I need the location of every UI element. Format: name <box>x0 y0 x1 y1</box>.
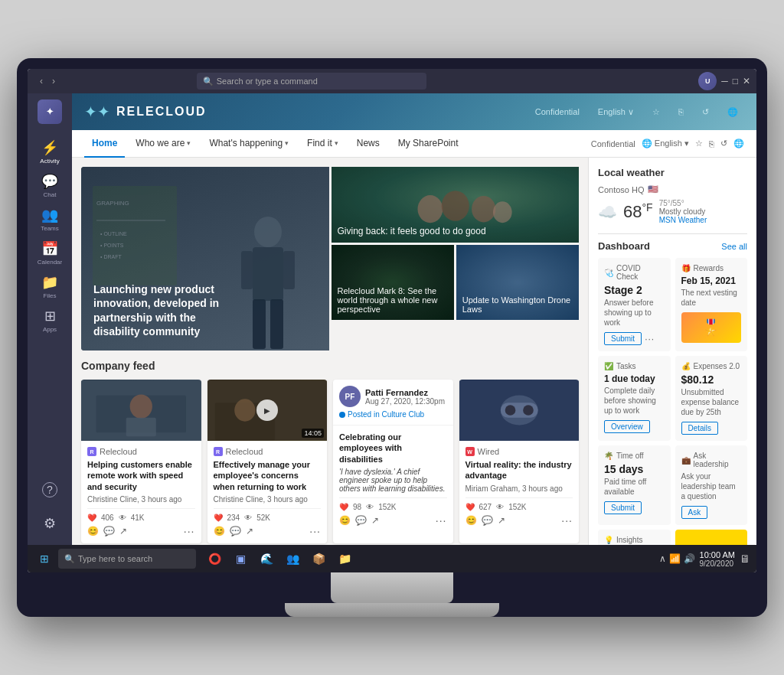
emoji-btn-1[interactable]: 😊 <box>214 526 225 536</box>
hero-bottom-right[interactable]: Update to Washington Drone Laws <box>456 245 579 321</box>
dash-card-expenses-header: 💰 Expenses 2.0 <box>681 362 742 370</box>
comment-btn-2[interactable]: 💬 <box>355 515 367 526</box>
svg-point-27 <box>523 405 534 416</box>
more-btn-1[interactable]: ··· <box>309 525 321 537</box>
nav-home[interactable]: Home <box>84 130 125 158</box>
svg-rect-1 <box>253 247 283 301</box>
share-btn[interactable]: ⎘ <box>672 104 690 119</box>
weather-desc: Mostly cloudy <box>659 207 707 216</box>
hero-main[interactable]: GRAPHING • OUTLINE • POINTS • DRAFT Laun… <box>81 167 329 351</box>
taskbar-app2[interactable]: 📁 <box>332 546 357 571</box>
hero-bottom-left[interactable]: Relecloud Mark 8: See the world through … <box>332 245 454 321</box>
taskbar-start-btn[interactable]: ⊞ <box>34 548 55 569</box>
sidebar-settings[interactable]: ⚙ <box>34 508 65 539</box>
nav-find-it[interactable]: Find it ▾ <box>299 130 346 158</box>
nav-refresh[interactable]: ↺ <box>720 139 727 148</box>
windows-logo-icon: ⊞ <box>40 553 49 565</box>
back-btn[interactable]: ‹ <box>37 74 46 88</box>
language-selector[interactable]: English ∨ <box>592 104 640 120</box>
title-bar-nav[interactable]: ‹ › <box>37 74 58 88</box>
feed-card-1-img[interactable]: ▶ 14:05 <box>207 380 328 441</box>
nav-world[interactable]: 🌐 <box>733 139 744 148</box>
taskbar-taskview[interactable]: ▣ <box>228 546 253 571</box>
svg-rect-19 <box>126 418 156 436</box>
expenses-details-btn[interactable]: Details <box>681 422 719 435</box>
covid-more-btn[interactable]: ··· <box>645 334 655 344</box>
emoji-btn-2[interactable]: 😊 <box>339 515 351 526</box>
play-btn-1[interactable]: ▶ <box>256 399 278 421</box>
timeoff-submit-btn[interactable]: Submit <box>604 501 642 514</box>
weather-temp: ☁️ 68°F 75°/55° Mostly cloudy MSN Weathe… <box>598 199 747 224</box>
comment-btn-3[interactable]: 💬 <box>482 515 493 526</box>
expenses-label: Expenses 2.0 <box>694 362 740 370</box>
taskbar: ⊞ 🔍 Type here to search ⭕ ▣ 🌊 👥 📦 📁 ∧ 📶 … <box>28 545 756 572</box>
feed-card-1-title: Effectively manage your employee's conce… <box>214 459 322 492</box>
sidebar-item-files[interactable]: 📁 Files <box>34 271 65 302</box>
share-btn-3[interactable]: ↗ <box>498 515 505 526</box>
share-btn-1[interactable]: ↗ <box>246 526 253 536</box>
sidebar-item-apps[interactable]: ⊞ Apps <box>34 305 65 335</box>
share-btn-0[interactable]: ↗ <box>119 526 127 536</box>
taskbar-app1[interactable]: 📦 <box>306 546 331 571</box>
files-icon: 📁 <box>41 274 58 291</box>
nav-language[interactable]: 🌐 English ▾ <box>642 139 689 148</box>
comment-btn-1[interactable]: 💬 <box>230 526 241 536</box>
rewards-illustration: 🎖️ <box>681 312 742 343</box>
maximize-btn[interactable]: □ <box>733 76 738 86</box>
user-avatar[interactable]: U <box>698 72 717 90</box>
taskbar-volume-icon[interactable]: 🔊 <box>684 553 695 564</box>
app-logo[interactable]: ✦ <box>38 99 62 124</box>
sidebar-item-calendar[interactable]: 📅 Calendar <box>34 237 65 268</box>
refresh-btn[interactable]: ↺ <box>696 104 715 120</box>
weather-source[interactable]: MSN Weather <box>659 216 707 224</box>
hero-bottom-left-text: Relecloud Mark 8: See the world through … <box>332 280 454 320</box>
dash-card-insights-header: 💡 Insights <box>604 536 665 544</box>
feed-card-0-img[interactable] <box>81 380 201 441</box>
sidebar-item-chat[interactable]: 💬 Chat <box>34 170 65 201</box>
comment-btn-0[interactable]: 💬 <box>103 526 115 536</box>
minimize-btn[interactable]: ─ <box>721 76 728 86</box>
leadership-ask-btn[interactable]: Ask <box>681 506 708 519</box>
taskbar-teams[interactable]: 👥 <box>280 546 305 571</box>
nav-who-we-are[interactable]: Who we are ▾ <box>128 130 198 158</box>
taskbar-notification[interactable]: 🖥 <box>740 553 750 565</box>
emoji-btn-3[interactable]: 😊 <box>466 515 477 526</box>
source-name-1: Relecloud <box>226 447 263 456</box>
sidebar-item-activity[interactable]: ⚡ Activity <box>34 136 65 167</box>
weather-range: 75°/55° <box>659 199 707 207</box>
sidebar-bottom: ? ⚙ <box>34 474 65 539</box>
sidebar-item-teams[interactable]: 👥 Teams <box>34 204 65 234</box>
nav-whats-happening[interactable]: What's happening ▾ <box>201 130 296 158</box>
taskbar-up-icon[interactable]: ∧ <box>659 553 666 564</box>
hero-top-right[interactable]: Giving back: it feels good to do good <box>332 167 580 243</box>
forward-btn[interactable]: › <box>49 74 58 88</box>
nav-star[interactable]: ☆ <box>695 139 703 148</box>
more-btn-3[interactable]: ··· <box>561 514 573 527</box>
covid-submit-btn[interactable]: Submit <box>604 332 642 345</box>
more-btn-0[interactable]: ··· <box>184 525 195 537</box>
taskbar-cortana[interactable]: ⭕ <box>202 546 227 571</box>
taskbar-time-display[interactable]: 10:00 AM 9/20/2020 <box>700 550 735 568</box>
hero-right-col: Giving back: it feels good to do good Re… <box>332 167 580 320</box>
dash-card-headspace[interactable]: 😊 <box>675 530 748 545</box>
weather-section: Local weather Contoso HQ 🇺🇸 ☁️ 68°F <box>598 167 747 224</box>
star-btn[interactable]: ☆ <box>646 104 666 120</box>
nav-share[interactable]: ⎘ <box>709 139 714 148</box>
nav-my-sharepoint[interactable]: My SharePoint <box>390 130 466 158</box>
share-btn-2[interactable]: ↗ <box>371 515 379 526</box>
globe-btn[interactable]: 🌐 <box>721 104 744 120</box>
taskbar-search[interactable]: 🔍 Type here to search <box>58 549 196 569</box>
more-btn-2[interactable]: ··· <box>436 514 447 527</box>
feed-card-0-actions: 😊 💬 ↗ ··· <box>87 525 195 537</box>
close-btn[interactable]: ✕ <box>743 76 750 86</box>
nav-news[interactable]: News <box>349 130 387 158</box>
taskbar-edge[interactable]: 🌊 <box>254 546 279 571</box>
hero-bl-title: Relecloud Mark 8: See the world through … <box>338 286 438 314</box>
feed-card-3-img[interactable] <box>459 380 580 441</box>
taskbar-wifi-icon[interactable]: 📶 <box>669 553 681 564</box>
tasks-overview-btn[interactable]: Overview <box>604 420 650 433</box>
sidebar-help[interactable]: ? <box>34 474 65 505</box>
see-all-btn[interactable]: See all <box>721 242 747 251</box>
emoji-btn-0[interactable]: 😊 <box>87 526 99 536</box>
address-bar[interactable]: 🔍 Search or type a command <box>197 73 426 90</box>
